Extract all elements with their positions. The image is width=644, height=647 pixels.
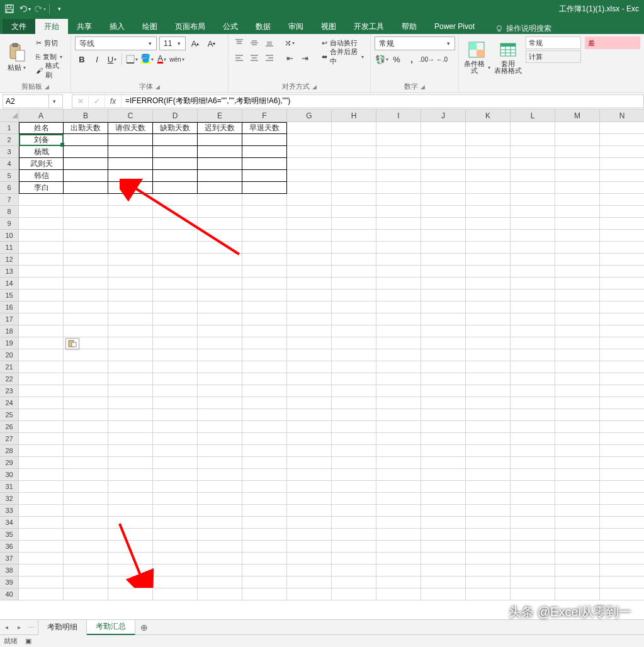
- cell[interactable]: [64, 349, 108, 361]
- cell[interactable]: [376, 457, 421, 469]
- underline-button[interactable]: U▾: [105, 53, 119, 65]
- cell[interactable]: [198, 134, 242, 146]
- cell[interactable]: [511, 481, 555, 493]
- cell[interactable]: [421, 278, 466, 290]
- cell[interactable]: [153, 242, 198, 254]
- cell[interactable]: [153, 254, 198, 266]
- cell[interactable]: [198, 170, 242, 182]
- cell[interactable]: [600, 469, 644, 481]
- cell[interactable]: [376, 266, 421, 278]
- row-header[interactable]: 1: [0, 122, 19, 134]
- column-header[interactable]: N: [600, 110, 644, 122]
- cell[interactable]: [64, 469, 108, 481]
- cell[interactable]: [511, 541, 555, 553]
- row-header[interactable]: 19: [0, 337, 19, 349]
- cell[interactable]: [466, 469, 511, 481]
- row-header[interactable]: 25: [0, 409, 19, 421]
- spreadsheet-grid[interactable]: ABCDEFGHIJKLMN 1234567891011121314151617…: [0, 110, 644, 619]
- cell[interactable]: [108, 469, 153, 481]
- cell[interactable]: [64, 254, 108, 266]
- cell[interactable]: [108, 457, 153, 469]
- cell[interactable]: [242, 433, 287, 445]
- cell[interactable]: [600, 397, 644, 409]
- column-header[interactable]: K: [466, 110, 511, 122]
- cell[interactable]: [64, 170, 108, 182]
- cell[interactable]: [153, 170, 198, 182]
- cell[interactable]: [376, 158, 421, 170]
- cell[interactable]: [198, 541, 242, 553]
- cell[interactable]: [511, 409, 555, 421]
- cell[interactable]: [153, 182, 198, 194]
- shrink-font-button[interactable]: A▾: [205, 37, 218, 50]
- cell[interactable]: [376, 493, 421, 505]
- row-header[interactable]: 34: [0, 517, 19, 529]
- row-header[interactable]: 4: [0, 158, 19, 170]
- cell[interactable]: [287, 325, 332, 337]
- cell[interactable]: [64, 361, 108, 373]
- cell[interactable]: [466, 529, 511, 541]
- column-header[interactable]: J: [421, 110, 466, 122]
- cell[interactable]: [511, 565, 555, 577]
- cell[interactable]: [421, 290, 466, 301]
- cell[interactable]: [555, 553, 600, 565]
- cell[interactable]: [19, 469, 64, 481]
- cell[interactable]: [108, 337, 153, 349]
- cell[interactable]: [64, 301, 108, 313]
- format-as-table-button[interactable]: 套用 表格格式: [494, 37, 522, 78]
- cell[interactable]: [153, 349, 198, 361]
- cell[interactable]: [153, 433, 198, 445]
- cell[interactable]: [555, 325, 600, 337]
- cell[interactable]: [555, 349, 600, 361]
- cell[interactable]: [421, 301, 466, 313]
- align-left-button[interactable]: [232, 52, 246, 64]
- cell[interactable]: [376, 301, 421, 313]
- cell[interactable]: [287, 194, 332, 206]
- cell[interactable]: [332, 493, 376, 505]
- cell[interactable]: [332, 541, 376, 553]
- cell[interactable]: [511, 206, 555, 218]
- row-header[interactable]: 23: [0, 385, 19, 397]
- cell[interactable]: [287, 122, 332, 134]
- cell[interactable]: [511, 290, 555, 301]
- grow-font-button[interactable]: A▴: [188, 37, 202, 50]
- row-header[interactable]: 33: [0, 505, 19, 517]
- cell[interactable]: [376, 481, 421, 493]
- cell[interactable]: [332, 242, 376, 254]
- cell[interactable]: [19, 588, 64, 600]
- cell[interactable]: [108, 218, 153, 230]
- cell[interactable]: [287, 373, 332, 385]
- cell[interactable]: [108, 290, 153, 301]
- cell[interactable]: [198, 481, 242, 493]
- row-header[interactable]: 2: [0, 134, 19, 146]
- cell[interactable]: [555, 206, 600, 218]
- cell[interactable]: [242, 301, 287, 313]
- row-header[interactable]: 12: [0, 254, 19, 266]
- cell[interactable]: [153, 325, 198, 337]
- cell[interactable]: [19, 349, 64, 361]
- cell[interactable]: [332, 517, 376, 529]
- cell[interactable]: [600, 421, 644, 433]
- cell[interactable]: [153, 218, 198, 230]
- cell[interactable]: [511, 278, 555, 290]
- cell[interactable]: [19, 266, 64, 278]
- cell[interactable]: [242, 481, 287, 493]
- cell[interactable]: [466, 397, 511, 409]
- cell[interactable]: [19, 397, 64, 409]
- cell[interactable]: [466, 493, 511, 505]
- cell[interactable]: [108, 373, 153, 385]
- cell[interactable]: [287, 230, 332, 242]
- cancel-formula-button[interactable]: ✕: [72, 95, 89, 108]
- cell[interactable]: [466, 301, 511, 313]
- cell[interactable]: [555, 469, 600, 481]
- tab-data[interactable]: 数据: [247, 19, 280, 34]
- cell[interactable]: [600, 242, 644, 254]
- cell[interactable]: [376, 337, 421, 349]
- cell[interactable]: [600, 493, 644, 505]
- cell[interactable]: [64, 421, 108, 433]
- cell[interactable]: [198, 218, 242, 230]
- cell[interactable]: [555, 158, 600, 170]
- cell[interactable]: [19, 553, 64, 565]
- cell[interactable]: [511, 158, 555, 170]
- cell[interactable]: [287, 517, 332, 529]
- cell[interactable]: [555, 588, 600, 600]
